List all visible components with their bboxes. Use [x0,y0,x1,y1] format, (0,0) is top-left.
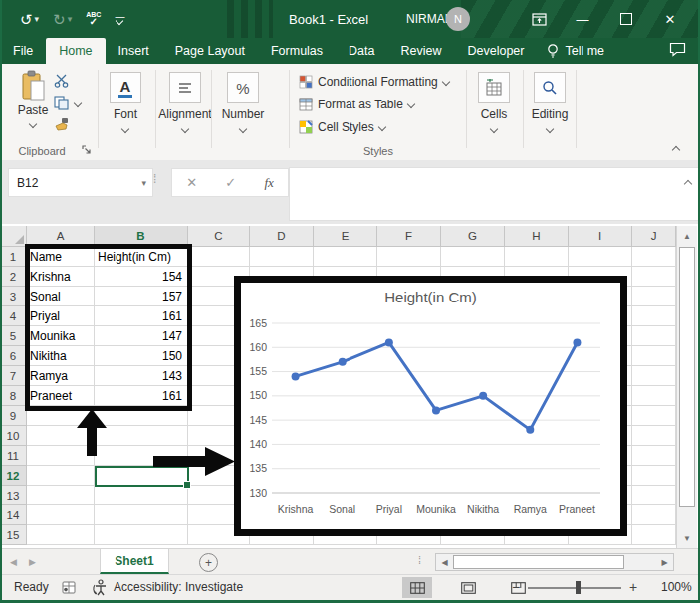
conditional-formatting-button[interactable]: Conditional Formatting [299,75,449,89]
tab-developer[interactable]: Developer [454,38,537,64]
accessibility-icon[interactable] [92,579,108,596]
cut-button[interactable] [54,74,70,88]
row-header-3[interactable]: 3 [0,287,27,306]
avatar[interactable]: N [446,7,470,31]
minimize-button[interactable]: — [561,0,604,38]
cell-B13[interactable] [95,486,188,505]
row-header-9[interactable]: 9 [0,406,27,426]
zoom-level[interactable]: 100% [661,580,692,594]
column-header-F[interactable]: F [377,226,441,247]
tabbar-splitter[interactable]: ⁞ [418,554,421,566]
page-layout-view-button[interactable] [453,577,483,598]
macro-record-icon[interactable] [62,581,76,594]
enter-button[interactable]: ✓ [225,175,236,190]
cell-J2[interactable] [632,267,676,287]
redo-button[interactable]: ↻▾ [53,12,72,27]
font-group-button[interactable]: A Font [104,72,147,132]
editing-group-button[interactable]: Editing [528,72,572,132]
scroll-left-icon[interactable]: ◀ [437,554,452,570]
cell-A15[interactable] [27,525,95,545]
scroll-up-icon[interactable]: ▲ [677,226,697,246]
cell-B10[interactable] [95,426,188,446]
collapse-formula-bar-icon[interactable] [685,176,691,190]
cell-J10[interactable] [632,426,676,446]
row-header-1[interactable]: 1 [0,247,27,267]
cell-J7[interactable] [632,366,676,386]
ribbon-display-options-button[interactable] [517,0,561,38]
horizontal-scrollbar[interactable]: ◀ ▶ [435,553,674,571]
cell-E1[interactable] [314,247,377,267]
cell-D1[interactable] [250,247,314,267]
close-button[interactable]: ✕ [648,0,692,38]
cells-group-button[interactable]: Cells [472,72,516,132]
number-group-button[interactable]: % Number [221,72,265,132]
comments-button[interactable] [669,42,686,61]
cell-A12[interactable] [27,466,95,486]
spelling-button[interactable]: ABC✓ [86,12,101,26]
format-as-table-button[interactable]: Format as Table [299,98,414,111]
new-sheet-button[interactable]: + [199,553,218,572]
undo-button[interactable]: ↺▾ [20,12,39,27]
horizontal-scrollbar-thumb[interactable] [453,555,624,569]
name-box[interactable]: B12 ▾ [8,168,153,197]
tab-review[interactable]: Review [387,38,454,64]
row-header-13[interactable]: 13 [0,486,27,505]
row-header-8[interactable]: 8 [0,386,27,406]
fill-handle[interactable] [183,481,191,489]
row-header-14[interactable]: 14 [0,505,27,525]
copy-button[interactable] [54,96,81,110]
tab-data[interactable]: Data [336,38,387,64]
cell-J12[interactable] [632,466,676,486]
tab-file[interactable]: File [0,38,46,64]
cell-A13[interactable] [27,486,95,505]
cell-B15[interactable] [95,525,188,545]
sheet-tab-sheet1[interactable]: Sheet1 [100,549,169,574]
tab-formulas[interactable]: Formulas [258,38,336,64]
cell-J11[interactable] [632,446,676,466]
alignment-group-button[interactable]: Alignment [163,72,207,132]
format-painter-button[interactable] [54,117,70,132]
row-header-4[interactable]: 4 [0,306,27,326]
column-header-I[interactable]: I [569,226,632,247]
row-header-5[interactable]: 5 [0,326,27,346]
cancel-button[interactable]: ✕ [186,175,197,190]
column-header-H[interactable]: H [505,226,569,247]
scroll-right-icon[interactable]: ▶ [657,554,672,570]
cell-B14[interactable] [95,505,188,525]
cell-J14[interactable] [632,505,676,525]
scroll-down-icon[interactable]: ▼ [677,528,697,548]
vertical-scrollbar[interactable]: ▲ ▼ [676,226,697,548]
cell-A14[interactable] [27,505,95,525]
column-header-J[interactable]: J [632,226,676,247]
zoom-slider-track[interactable] [528,587,621,589]
cell-J13[interactable] [632,486,676,505]
cell-J9[interactable] [632,406,676,426]
column-header-C[interactable]: C [188,226,250,247]
chart-object[interactable]: Height(in Cm) 130135140145150155160165Kr… [234,276,627,536]
maximize-button[interactable] [604,0,648,38]
paste-button[interactable]: Paste [12,70,54,127]
cell-styles-button[interactable]: Cell Styles [299,120,385,134]
clipboard-dialog-launcher[interactable] [82,145,92,155]
row-header-15[interactable]: 15 [0,525,27,545]
row-header-2[interactable]: 2 [0,267,27,287]
zoom-out-icon[interactable]: − [512,579,520,595]
cell-I1[interactable] [569,247,632,267]
sheet-nav-right-icon[interactable]: ▶ [29,557,36,567]
cell-F1[interactable] [377,247,441,267]
formula-bar-splitter[interactable]: ⁞ [153,172,156,186]
cell-J1[interactable] [632,247,676,267]
tab-home[interactable]: Home [46,38,105,64]
tell-me-box[interactable]: Tell me [537,38,614,64]
column-header-G[interactable]: G [441,226,505,247]
insert-function-button[interactable]: fx [264,175,273,191]
cell-J8[interactable] [632,386,676,406]
select-all-corner[interactable] [0,226,27,247]
row-header-7[interactable]: 7 [0,366,27,386]
row-header-10[interactable]: 10 [0,426,27,446]
cell-J15[interactable] [632,525,676,545]
normal-view-button[interactable] [402,577,432,598]
zoom-in-icon[interactable]: + [629,579,637,595]
column-header-E[interactable]: E [314,226,377,247]
zoom-slider-thumb[interactable] [576,581,581,594]
